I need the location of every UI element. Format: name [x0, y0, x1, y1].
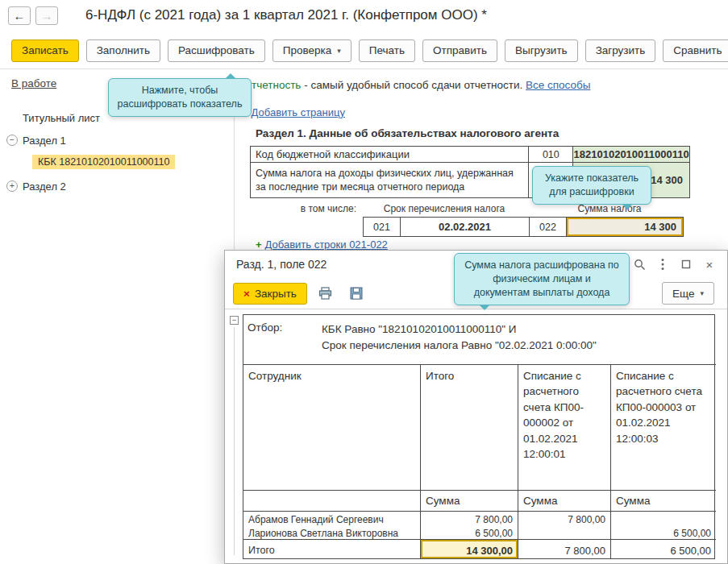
- expand-icon[interactable]: +: [6, 180, 18, 192]
- popup-body: − Отбор: КБК Равно "18210102010011000110…: [225, 309, 727, 563]
- check-button[interactable]: Проверка ▾: [272, 39, 352, 62]
- plus-icon: +: [256, 238, 262, 251]
- doc2-amount-cell[interactable]: 6 500,00: [611, 525, 716, 539]
- transfer-date-cell[interactable]: 02.02.2021: [401, 218, 530, 237]
- sum-subheader-empty: [243, 491, 421, 512]
- floppy-icon: [350, 287, 363, 300]
- close-button[interactable]: × Закрыть: [233, 283, 307, 305]
- code-021-cell: 021: [364, 218, 401, 237]
- section1-header: Раздел 1. Данные об обязательствах налог…: [256, 127, 559, 139]
- column-header-doc1[interactable]: Списание с расчетного счета КП00-000002 …: [518, 365, 611, 491]
- kbk-code-cell: 010: [529, 147, 573, 163]
- more-button[interactable]: Еще ▾: [662, 282, 714, 305]
- grand-total-amount-cell[interactable]: 14 300,00: [421, 539, 518, 558]
- tree-item-section1[interactable]: Раздел 1: [23, 135, 66, 147]
- total-amount-cell[interactable]: 6 500,00: [421, 525, 518, 539]
- including-label: в том числе:: [250, 203, 360, 214]
- popup-window-controls: ×: [633, 258, 716, 271]
- promo-brand-fragment: тчетность: [252, 79, 301, 91]
- tree-item-title-page[interactable]: Титульный лист: [23, 112, 100, 124]
- close-x-icon: ×: [243, 288, 250, 300]
- amount-column-header: Сумма налога: [529, 203, 690, 214]
- term-column-header: Срок перечисления налога: [360, 203, 529, 214]
- import-button[interactable]: Загрузить: [585, 39, 656, 62]
- popup-title: Разд. 1, поле 022: [236, 258, 327, 271]
- add-page-label[interactable]: Добавить страницу: [252, 106, 345, 118]
- code-022-cell: 022: [530, 218, 567, 237]
- employee-name-cell[interactable]: Абрамов Геннадий Сергеевич: [243, 512, 421, 525]
- grand-total-label-cell[interactable]: Итого: [243, 539, 421, 558]
- drilldown-table: Отбор: КБК Равно "18210102010011000110" …: [243, 314, 715, 559]
- filter-label: Отбор:: [248, 321, 322, 355]
- more-button-label: Еще: [672, 288, 694, 300]
- promo-line: тчетность - самый удобный способ сдачи о…: [252, 79, 590, 91]
- close-icon[interactable]: ×: [703, 258, 716, 271]
- filter-value[interactable]: КБК Равно "18210102010011000110" И Срок …: [322, 321, 597, 355]
- add-lines-link[interactable]: +Добавить строки 021-022: [256, 238, 388, 251]
- kbk-value-cell[interactable]: 18210102010011000110: [573, 147, 690, 163]
- kbk-label-cell: Код бюджетной классификации: [251, 147, 529, 163]
- grouping-gutter: [234, 327, 235, 555]
- print-button[interactable]: Печать: [359, 39, 415, 62]
- doc1-amount-cell[interactable]: [518, 525, 611, 539]
- back-button[interactable]: ←: [8, 6, 31, 25]
- column-header-total[interactable]: Итого: [421, 365, 518, 491]
- tax-sum-label-cell: Сумма налога на доходы физических лиц, у…: [251, 163, 529, 198]
- collapse-icon[interactable]: −: [6, 135, 18, 146]
- main-toolbar: Записать Заполнить Расшифровать Проверка…: [0, 32, 728, 69]
- promo-text: - самый удобный способ сдачи отчетности.: [301, 79, 526, 91]
- send-button[interactable]: Отправить: [422, 39, 497, 62]
- doc1-amount-cell[interactable]: 7 800,00: [518, 512, 611, 525]
- tax-amount-selected-cell[interactable]: 14 300: [567, 218, 684, 237]
- export-button[interactable]: Выгрузить: [505, 39, 578, 62]
- tree-item-kbk-selected[interactable]: КБК 18210102010011000110: [32, 155, 175, 169]
- check-button-label: Проверка: [283, 44, 331, 56]
- sum-subheader-doc1[interactable]: Сумма: [518, 491, 611, 512]
- kebab-menu-icon[interactable]: [656, 258, 669, 271]
- group-collapse-icon[interactable]: −: [230, 316, 239, 325]
- doc2-amount-cell[interactable]: [611, 512, 716, 525]
- window-title: 6-НДФЛ (с 2021 года) за 1 квартал 2021 г…: [85, 7, 487, 23]
- status-link[interactable]: В работе: [11, 77, 56, 89]
- printer-icon: [318, 287, 332, 300]
- print-icon-button[interactable]: [314, 283, 338, 304]
- fill-button[interactable]: Заполнить: [86, 39, 160, 62]
- all-ways-link[interactable]: Все способы: [526, 79, 590, 91]
- forward-button[interactable]: →: [35, 6, 58, 25]
- grand-total-doc2-cell[interactable]: 6 500,00: [611, 539, 716, 558]
- save-button[interactable]: Записать: [11, 39, 79, 62]
- chevron-down-icon: ▾: [337, 47, 341, 55]
- total-amount-cell[interactable]: 7 800,00: [421, 512, 518, 525]
- find-icon[interactable]: [633, 258, 646, 271]
- back-icon: ←: [14, 9, 26, 23]
- decipher-button[interactable]: Расшифровать: [168, 39, 265, 62]
- hint-select-indicator-tooltip: Укажите показатель для расшифровки: [532, 166, 651, 205]
- forward-icon: →: [41, 9, 53, 23]
- sum-subheader-doc2[interactable]: Сумма: [611, 491, 716, 512]
- compare-button[interactable]: Сравнить: [663, 39, 728, 62]
- grand-total-doc1-cell[interactable]: 7 800,00: [518, 539, 611, 558]
- column-header-employee[interactable]: Сотрудник: [243, 365, 421, 491]
- add-lines-label[interactable]: Добавить строки 021-022: [265, 238, 388, 251]
- employee-name-cell[interactable]: Ларионова Светлана Викторовна: [243, 525, 421, 539]
- column-header-doc2[interactable]: Списание с расчетного счета КП00-000003 …: [611, 365, 716, 491]
- titlebar: ← → 6-НДФЛ (с 2021 года) за 1 квартал 20…: [0, 0, 728, 31]
- sum-subheader-total[interactable]: Сумма: [421, 491, 518, 512]
- line-021-022-row: 021 02.02.2021 022 14 300: [363, 217, 684, 237]
- hint-decipher-tooltip: Нажмите, чтобы расшифровать показатель: [108, 78, 252, 117]
- kbk-row: Код бюджетной классификации 010 18210102…: [251, 147, 690, 163]
- save-icon-button[interactable]: [344, 283, 368, 304]
- maximize-icon[interactable]: [680, 258, 693, 271]
- add-page-link[interactable]: +Добавить страницу: [242, 106, 345, 118]
- filter-row: Отбор: КБК Равно "18210102010011000110" …: [243, 315, 716, 365]
- close-button-label: Закрыть: [255, 288, 297, 300]
- chevron-down-icon: ▾: [700, 289, 704, 297]
- hint-drilldown-tooltip: Сумма налога расшифрована по физическим …: [454, 253, 630, 305]
- tree-item-section2[interactable]: Раздел 2: [23, 180, 66, 193]
